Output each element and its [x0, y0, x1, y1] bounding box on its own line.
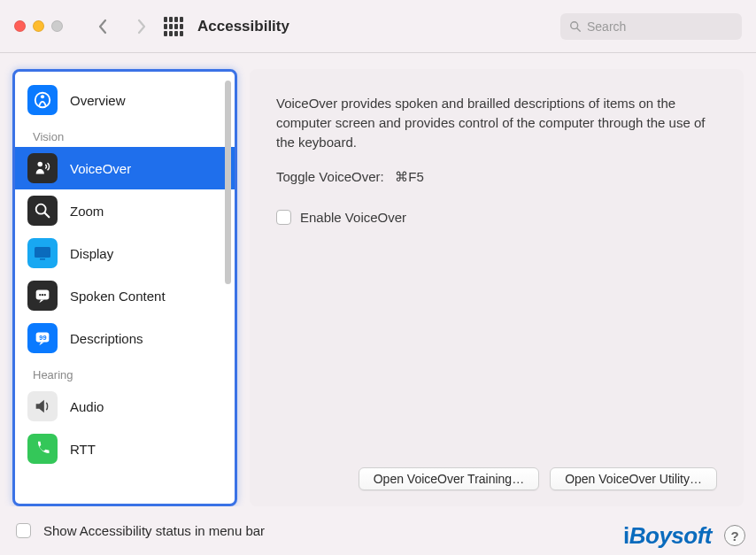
- spoken-content-icon: [27, 281, 58, 311]
- show-status-checkbox[interactable]: [16, 523, 31, 538]
- enable-voiceover-checkbox[interactable]: [276, 210, 291, 225]
- sidebar-item-label: Display: [70, 246, 113, 261]
- sidebar-item-label: VoiceOver: [70, 161, 131, 176]
- voiceover-description: VoiceOver provides spoken and brailled d…: [276, 94, 717, 151]
- sidebar[interactable]: Overview Vision VoiceOver Zoom: [12, 69, 237, 506]
- sidebar-item-voiceover[interactable]: VoiceOver: [15, 147, 235, 189]
- svg-line-6: [45, 213, 50, 218]
- descriptions-icon: 99: [27, 323, 58, 353]
- sidebar-item-overview[interactable]: Overview: [15, 79, 235, 121]
- enable-voiceover-row: Enable VoiceOver: [276, 210, 717, 225]
- close-window-button[interactable]: [14, 20, 26, 32]
- svg-point-12: [44, 294, 46, 296]
- svg-point-10: [39, 294, 41, 296]
- sidebar-section-hearing: Hearing: [15, 359, 235, 385]
- forward-button[interactable]: [128, 13, 155, 40]
- svg-line-1: [577, 27, 580, 30]
- toggle-shortcut: ⌘F5: [395, 169, 424, 184]
- show-status-label: Show Accessibility status in menu bar: [43, 523, 265, 538]
- toggle-label: Toggle VoiceOver:: [276, 169, 384, 184]
- sidebar-item-label: Spoken Content: [70, 289, 166, 304]
- detail-pane: VoiceOver provides spoken and brailled d…: [250, 69, 744, 506]
- page-title: Accessibility: [197, 18, 289, 35]
- sidebar-item-spoken-content[interactable]: Spoken Content: [15, 274, 235, 317]
- zoom-icon: [27, 196, 58, 226]
- brand-watermark: iiBoysoftBoysoft: [623, 522, 712, 550]
- toolbar: Accessibility Search: [0, 0, 756, 53]
- open-utility-button[interactable]: Open VoiceOver Utility…: [550, 467, 717, 490]
- sidebar-item-label: RTT: [70, 442, 96, 457]
- svg-rect-8: [40, 258, 45, 260]
- minimize-window-button[interactable]: [33, 20, 44, 32]
- zoom-window-button[interactable]: [51, 20, 63, 32]
- scrollbar-thumb[interactable]: [225, 81, 231, 284]
- footer: Show Accessibility status in menu bar ii…: [0, 506, 756, 555]
- display-icon: [27, 238, 58, 268]
- svg-point-2: [35, 93, 50, 108]
- show-all-icon[interactable]: [164, 17, 183, 36]
- sidebar-item-label: Overview: [70, 93, 126, 108]
- search-placeholder: Search: [587, 19, 626, 34]
- toggle-shortcut-row: Toggle VoiceOver: ⌘F5: [276, 169, 717, 185]
- rtt-icon: [27, 434, 58, 464]
- svg-point-3: [41, 95, 44, 98]
- sidebar-item-descriptions[interactable]: 99 Descriptions: [15, 317, 235, 359]
- content-body: Overview Vision VoiceOver Zoom: [0, 53, 756, 506]
- sidebar-item-zoom[interactable]: Zoom: [15, 189, 235, 232]
- help-label: ?: [730, 528, 738, 543]
- button-label: Open VoiceOver Utility…: [565, 472, 702, 486]
- svg-text:99: 99: [39, 334, 46, 342]
- pane-buttons: Open VoiceOver Training… Open VoiceOver …: [276, 467, 717, 490]
- sidebar-item-label: Audio: [70, 399, 104, 414]
- svg-rect-7: [35, 247, 50, 258]
- button-label: Open VoiceOver Training…: [374, 472, 524, 486]
- sidebar-section-vision: Vision: [15, 121, 235, 147]
- help-button[interactable]: ?: [724, 525, 745, 546]
- system-preferences-window: Accessibility Search Overview Vision: [0, 0, 756, 555]
- svg-point-11: [42, 294, 43, 296]
- sidebar-item-rtt[interactable]: RTT: [15, 428, 235, 470]
- sidebar-item-label: Descriptions: [70, 331, 143, 346]
- audio-icon: [27, 391, 58, 421]
- window-controls: [14, 20, 63, 32]
- svg-point-4: [38, 162, 43, 167]
- search-icon: [569, 20, 582, 33]
- sidebar-item-display[interactable]: Display: [15, 232, 235, 274]
- back-button[interactable]: [89, 13, 116, 40]
- search-input[interactable]: Search: [560, 13, 742, 40]
- open-training-button[interactable]: Open VoiceOver Training…: [359, 467, 539, 490]
- enable-voiceover-label: Enable VoiceOver: [300, 210, 406, 225]
- sidebar-item-audio[interactable]: Audio: [15, 385, 235, 428]
- overview-icon: [27, 85, 58, 115]
- sidebar-item-label: Zoom: [70, 204, 104, 219]
- voiceover-icon: [27, 153, 58, 183]
